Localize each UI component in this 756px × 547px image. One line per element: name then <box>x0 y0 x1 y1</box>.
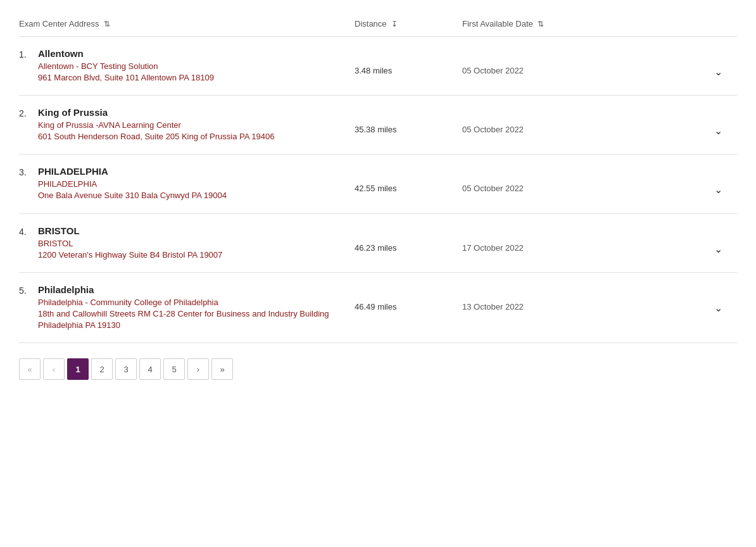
expand-chevron[interactable]: ⌄ <box>699 166 737 196</box>
date-cell: 17 October 2022 <box>462 225 699 253</box>
pagination-page-1[interactable]: 1 <box>67 358 89 380</box>
sort-distance-icon[interactable]: ↧ <box>391 20 398 28</box>
exam-row: 5. Philadelphia Philadelphia - Community… <box>19 273 737 343</box>
pagination-prev[interactable]: ‹ <box>43 358 65 380</box>
expand-chevron[interactable]: ⌄ <box>699 284 737 314</box>
row-number: 2. <box>19 107 38 118</box>
exam-row: 3. PHILADELPHIA PHILADELPHIA One Bala Av… <box>19 154 737 213</box>
center-name[interactable]: PHILADELPHIA <box>38 179 348 189</box>
center-name[interactable]: BRISTOL <box>38 239 348 248</box>
center-name[interactable]: Allentown - BCY Testing Solution <box>38 61 348 71</box>
city-name: PHILADELPHIA <box>38 166 348 177</box>
center-address[interactable]: 601 South Henderson Road, Suite 205 King… <box>38 131 348 142</box>
expand-chevron[interactable]: ⌄ <box>699 48 737 78</box>
pagination-page-2[interactable]: 2 <box>91 358 113 380</box>
distance-cell: 46.49 miles <box>348 284 462 311</box>
row-content: Allentown Allentown - BCY Testing Soluti… <box>38 48 348 84</box>
center-address[interactable]: 1200 Veteran's Highway Suite B4 Bristol … <box>38 249 348 261</box>
city-name: BRISTOL <box>38 225 348 236</box>
distance-cell: 46.23 miles <box>348 225 462 253</box>
exam-row: 2. King of Prussia King of Prussia -AVNA… <box>19 96 737 154</box>
main-container: Exam Center Address ⇅ Distance ↧ First A… <box>0 0 756 393</box>
center-address[interactable]: 961 Marcon Blvd, Suite 101 Allentown PA … <box>38 72 348 84</box>
rows-container: 1. Allentown Allentown - BCY Testing Sol… <box>19 37 737 343</box>
city-name: Philadelphia <box>38 284 348 295</box>
center-address[interactable]: 18th and Callowhill Streets RM C1-28 Cen… <box>38 308 348 331</box>
distance-cell: 3.48 miles <box>348 48 462 75</box>
row-content: Philadelphia Philadelphia - Community Co… <box>38 284 348 331</box>
header-distance[interactable]: Distance ↧ <box>348 19 462 28</box>
exam-row: 1. Allentown Allentown - BCY Testing Sol… <box>19 37 737 96</box>
header-address-label: Exam Center Address <box>19 19 99 28</box>
date-cell: 05 October 2022 <box>462 48 699 75</box>
date-cell: 13 October 2022 <box>462 284 699 311</box>
pagination-page-4[interactable]: 4 <box>139 358 161 380</box>
row-number: 1. <box>19 48 38 60</box>
center-address[interactable]: One Bala Avenue Suite 310 Bala Cynwyd PA… <box>38 190 348 201</box>
distance-cell: 35.38 miles <box>348 107 462 134</box>
row-content: BRISTOL BRISTOL 1200 Veteran's Highway S… <box>38 225 348 261</box>
header-date-label: First Available Date <box>462 19 533 28</box>
city-name: Allentown <box>38 48 348 59</box>
row-content: King of Prussia King of Prussia -AVNA Le… <box>38 107 348 142</box>
center-name[interactable]: Philadelphia - Community College of Phil… <box>38 298 348 307</box>
date-cell: 05 October 2022 <box>462 166 699 193</box>
sort-address-icon[interactable]: ⇅ <box>104 20 110 28</box>
pagination-page-5[interactable]: 5 <box>163 358 185 380</box>
expand-chevron[interactable]: ⌄ <box>699 225 737 255</box>
date-cell: 05 October 2022 <box>462 107 699 134</box>
distance-cell: 42.55 miles <box>348 166 462 193</box>
row-content: PHILADELPHIA PHILADELPHIA One Bala Avenu… <box>38 166 348 201</box>
pagination-next[interactable]: › <box>187 358 209 380</box>
exam-row: 4. BRISTOL BRISTOL 1200 Veteran's Highwa… <box>19 214 737 273</box>
table-header: Exam Center Address ⇅ Distance ↧ First A… <box>19 13 737 37</box>
pagination-first[interactable]: « <box>19 358 41 380</box>
row-number: 5. <box>19 284 38 296</box>
row-number: 3. <box>19 166 38 177</box>
pagination-page-3[interactable]: 3 <box>115 358 137 380</box>
city-name: King of Prussia <box>38 107 348 118</box>
sort-date-icon[interactable]: ⇅ <box>538 20 544 28</box>
pagination: « ‹ 1 2 3 4 5 › » <box>19 358 737 380</box>
header-address[interactable]: Exam Center Address ⇅ <box>19 19 348 28</box>
pagination-last[interactable]: » <box>211 358 233 380</box>
expand-chevron[interactable]: ⌄ <box>699 107 737 137</box>
center-name[interactable]: King of Prussia -AVNA Learning Center <box>38 120 348 130</box>
row-number: 4. <box>19 225 38 237</box>
header-date[interactable]: First Available Date ⇅ <box>462 19 737 28</box>
header-distance-label: Distance <box>355 19 387 28</box>
